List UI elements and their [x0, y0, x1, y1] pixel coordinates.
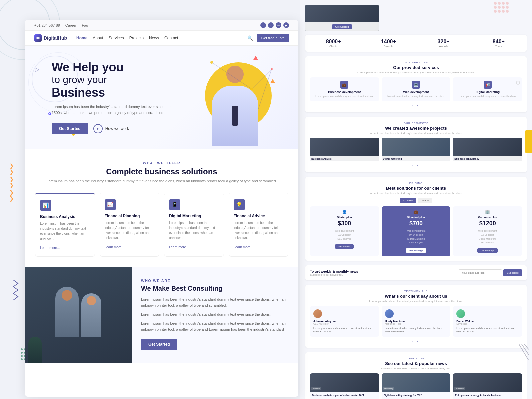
offer-description: Lorem ipsum has been the industry's stan… [35, 178, 288, 184]
right-project-2[interactable]: Digital marketing [382, 138, 451, 161]
pricing-plan-corporate-btn[interactable]: Get Package [477, 248, 497, 253]
pricing-plan-standard-name: Standard plan [384, 216, 448, 219]
how-we-work-label: How we work [105, 126, 129, 131]
svg-point-19 [498, 2, 501, 5]
right-circle-deco [516, 81, 520, 85]
svg-point-23 [498, 6, 501, 9]
service-link-planning[interactable]: Learn more... [105, 245, 124, 249]
hero-buttons: Get Started ▶ How we work [52, 123, 178, 134]
right-projects-section: OUR PROJECTS We created awesome projects… [305, 117, 527, 172]
nav-about[interactable]: About [93, 36, 103, 40]
nav-contact[interactable]: Contact [164, 36, 178, 40]
service-card-planning[interactable]: 📈 Financial Planning Lorem ipsum has bee… [100, 193, 160, 257]
zigzag-svg [12, 280, 19, 300]
right-service-1[interactable]: 💼 Business development Lorem ipsum stand… [310, 77, 379, 101]
youtube-icon[interactable]: ▶ [283, 22, 289, 28]
chevron-5: ❯ [9, 190, 14, 195]
svg-point-12 [21, 355, 23, 357]
chevron-4: ❯ [9, 183, 14, 188]
news-card-2-title: Digital marketing strategy for 2022 [384, 394, 449, 397]
nav-home[interactable]: Home [76, 36, 87, 40]
news-grid: Analysis Business analysis report of onl… [310, 373, 522, 399]
instagram-icon[interactable]: in [276, 22, 281, 28]
stat-team-label: Team [475, 45, 522, 48]
facebook-icon[interactable]: f [260, 22, 266, 28]
right-stripe-svg [519, 344, 529, 360]
pricing-plan-standard-features: Web developmentUX UI designDigital Marke… [384, 229, 448, 245]
testimonial-3-text: Lorem ipsum standard dummy text ever sin… [456, 327, 519, 333]
right-panel: Get Started 8000+ Clients 1400+ Projects… [300, 0, 532, 399]
geo-triangle-2 [270, 79, 275, 83]
pricing-tab-yearly[interactable]: Yearly [418, 198, 432, 203]
right-yellow-deco [525, 130, 532, 153]
testimonial-3-role: Developer [456, 323, 519, 325]
testimonial-3-name: Daniel Wakem [456, 320, 519, 323]
person-1 [55, 287, 79, 337]
main-panel: +01 234 567 89 Career Faq f t in ▶ DH Di… [25, 20, 298, 397]
who-section: WHO WE ARE We Make Best Consulting Lorem… [25, 267, 298, 363]
stat-divider-2 [416, 39, 416, 48]
pricing-plan-starter-btn[interactable]: Get Started [335, 244, 354, 249]
right-projects-desc: Lorem ipsum has been the industry's stan… [310, 132, 522, 135]
service-card-analysis[interactable]: 📊 Business Analysis Lorem ipsum has been… [35, 193, 95, 257]
service-icon-analysis: 📊 [40, 200, 51, 211]
news-card-3[interactable]: Business Entrepreneur strategy to build … [453, 373, 522, 399]
news-card-2[interactable]: Marketing Digital marketing strategy for… [382, 373, 451, 399]
career-link[interactable]: Career [65, 23, 77, 27]
news-card-3-img: Business [453, 373, 522, 392]
how-we-work-button[interactable]: ▶ How we work [93, 124, 129, 133]
svg-point-6 [21, 348, 23, 350]
right-service-3[interactable]: 📢 Digital Marketing Lorem ipsum standard… [453, 77, 522, 101]
topbar: +01 234 567 89 Career Faq f t in ▶ [25, 20, 298, 31]
get-quote-button[interactable]: Get free quote [257, 34, 289, 42]
right-hero-cta-button[interactable]: Get Started [332, 24, 352, 29]
chevron-1: ❯ [9, 163, 14, 169]
stats-row: 8000+ Clients 1400+ Projects 320+ Awards… [305, 35, 527, 52]
service-card-advice[interactable]: 💡 Financial Advice Lorem ipsum has been … [229, 193, 289, 257]
testimonial-3-avatar [456, 309, 465, 318]
services-grid: 📊 Business Analysis Lorem ipsum has been… [35, 193, 288, 257]
service-text-marketing: Lorem ipsum has been the industry's stan… [169, 220, 219, 240]
svg-point-27 [498, 10, 501, 13]
right-projects-title: We created awesome projects [310, 126, 522, 131]
who-get-started-button[interactable]: Get Started [141, 339, 177, 350]
service-card-marketing[interactable]: 📱 Digital Marketing Lorem ipsum has been… [164, 193, 224, 257]
svg-point-29 [506, 10, 509, 13]
search-icon[interactable]: 🔍 [247, 35, 253, 41]
pricing-plan-starter-features: Web developmentUX UI designSEO analysis [313, 229, 376, 241]
nav-services[interactable]: Services [109, 36, 124, 40]
get-started-button[interactable]: Get Started [52, 123, 88, 134]
svg-point-18 [494, 2, 497, 5]
right-project-1[interactable]: Business analysis [310, 138, 379, 161]
service-link-analysis[interactable]: Learn more... [40, 246, 60, 250]
nav-actions: 🔍 Get free quote [247, 34, 289, 42]
newsletter-submit-button[interactable]: Subscribe [503, 269, 522, 276]
right-pricing-section: PRICING Best solutions for our clients L… [305, 177, 527, 261]
offer-section: WHAT WE OFFER Complete business solution… [25, 149, 298, 267]
nav-projects[interactable]: Projects [129, 36, 144, 40]
service-link-marketing[interactable]: Learn more... [169, 245, 189, 249]
pricing-plan-standard-btn[interactable]: Get Package [406, 248, 426, 253]
hero-title-line2: to grow your [52, 74, 178, 86]
chevron-3: ❯ [9, 177, 14, 182]
service-link-advice[interactable]: Learn more... [234, 245, 253, 249]
right-service-icon-1: 💼 [340, 81, 348, 89]
pricing-tabs: Monthly Yearly [310, 198, 522, 203]
right-project-3[interactable]: Business consultancy [453, 138, 522, 161]
twitter-icon[interactable]: t [268, 22, 274, 28]
svg-point-21 [506, 2, 509, 5]
hero-title-line1: We Help you [52, 60, 178, 74]
stat-divider-3 [471, 39, 471, 48]
newsletter-email-input[interactable] [459, 269, 502, 276]
right-hero-img: Get Started [305, 5, 379, 31]
hero-text: We Help you to grow your Business Lorem … [52, 60, 178, 134]
svg-point-28 [502, 10, 505, 13]
news-card-1[interactable]: Analysis Business analysis report of onl… [310, 373, 379, 399]
svg-point-22 [494, 6, 497, 9]
right-service-2[interactable]: 💻 Web development Lorem ipsum standard d… [382, 77, 451, 101]
testimonial-2: Hardy Mamison Marketing Head Lorem ipsum… [382, 306, 451, 337]
faq-link[interactable]: Faq [82, 23, 88, 27]
nav-news[interactable]: News [149, 36, 159, 40]
right-services-section: OUR SERVICES Our provided services Lorem… [305, 56, 527, 112]
pricing-tab-monthly[interactable]: Monthly [400, 198, 416, 203]
